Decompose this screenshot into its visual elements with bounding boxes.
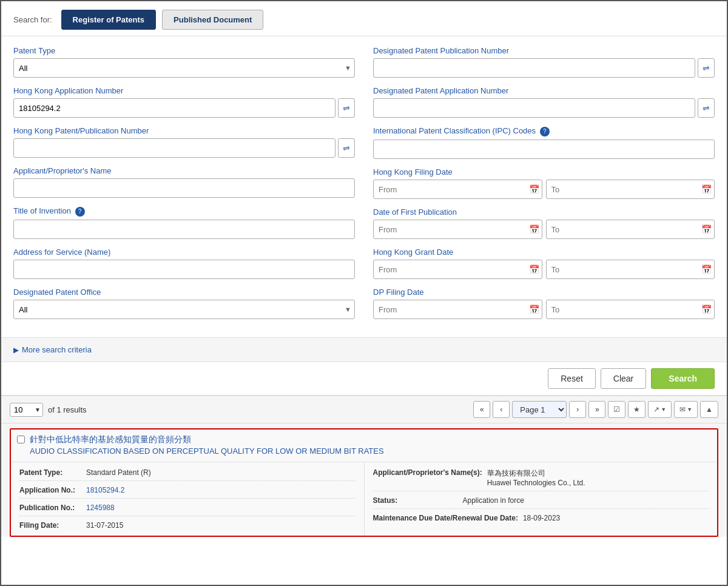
maintenance-row: Maintenance Due Date/Renewal Due Date: 1… <box>373 514 709 522</box>
search-button[interactable]: Search <box>651 368 715 389</box>
applicant-name-group: Applicant/Proprietor's Name <box>13 166 355 198</box>
results-left-controls: 10 25 50 100 ▼ of 1 results <box>10 403 87 417</box>
designated-pub-number-input[interactable] <box>373 58 695 78</box>
export-btn[interactable]: ↗ ▼ <box>648 401 672 418</box>
first-publication-to-input[interactable] <box>546 220 715 239</box>
export-arrow-icon: ▼ <box>661 406 666 413</box>
result-title-row: 針對中低比特率的基於感知質量的音頻分類 AUDIO CLASSIFICATION… <box>11 429 717 458</box>
email-btn[interactable]: ✉ ▼ <box>674 401 698 418</box>
title-invention-input[interactable] <box>13 220 355 239</box>
first-publication-to-wrap: 📅 <box>546 220 715 239</box>
dp-filing-date-from-input[interactable] <box>373 300 542 319</box>
app-no-value[interactable]: 18105294.2 <box>86 486 124 494</box>
results-nav: « ‹ Page 1 › » ☑ ★ ↗ ▼ ✉ <box>473 401 718 418</box>
first-publication-from-calendar-icon[interactable]: 📅 <box>529 224 539 234</box>
ipc-codes-input[interactable] <box>373 140 715 159</box>
title-invention-help-icon[interactable]: ? <box>75 207 85 217</box>
patent-type-detail-value: Standard Patent (R) <box>86 468 151 477</box>
more-criteria-btn[interactable]: ▶ More search criteria <box>13 345 92 354</box>
applicant-value-zh: 華為技術有限公司 <box>487 468 585 479</box>
designated-app-number-row: ⇌ <box>373 98 715 118</box>
address-service-input[interactable] <box>13 260 355 279</box>
bookmark-btn[interactable]: ★ <box>628 401 645 418</box>
tab-register-patents[interactable]: Register of Patents <box>61 10 156 30</box>
designated-pub-number-swap-btn[interactable]: ⇌ <box>698 58 715 78</box>
hk-filing-date-from-wrap: 📅 <box>373 180 542 199</box>
hk-application-number-swap-btn[interactable]: ⇌ <box>338 98 355 118</box>
page-dropdown[interactable]: Page 1 <box>512 401 567 418</box>
app-no-label: Application No.: <box>19 486 86 494</box>
hk-grant-date-from-calendar-icon[interactable]: 📅 <box>529 264 539 274</box>
hk-filing-date-label: Hong Kong Filing Date <box>373 167 715 177</box>
more-criteria-chevron-icon: ▶ <box>13 346 19 354</box>
applicant-row: Applicant/Proprietor's Name(s): 華為技術有限公司… <box>373 468 709 487</box>
result-checkbox[interactable] <box>17 436 25 443</box>
hk-patent-publication-label: Hong Kong Patent/Publication Number <box>13 126 355 135</box>
select-all-btn[interactable]: ☑ <box>608 401 625 418</box>
dp-filing-date-to-wrap: 📅 <box>546 300 715 319</box>
first-publication-from-wrap: 📅 <box>373 220 542 239</box>
first-page-btn[interactable]: « <box>473 401 490 418</box>
applicant-name-input[interactable] <box>13 178 355 198</box>
hk-filing-date-from-calendar-icon[interactable]: 📅 <box>529 184 539 194</box>
hk-grant-date-label: Hong Kong Grant Date <box>373 248 715 257</box>
maintenance-value: 18-09-2023 <box>523 514 560 522</box>
results-area: 10 25 50 100 ▼ of 1 results « ‹ Page 1 ›… <box>1 395 727 537</box>
designated-patent-office-select[interactable]: All <box>13 300 355 319</box>
prev-page-btn[interactable]: ‹ <box>493 401 510 418</box>
next-page-btn[interactable]: › <box>569 401 586 418</box>
results-count: of 1 results <box>48 405 87 414</box>
hk-filing-date-to-input[interactable] <box>546 180 715 199</box>
clear-button[interactable]: Clear <box>601 368 646 389</box>
first-publication-to-calendar-icon[interactable]: 📅 <box>701 224 712 234</box>
title-invention-group: Title of Invention ? <box>13 206 355 239</box>
dp-filing-date-from-calendar-icon[interactable]: 📅 <box>529 305 539 314</box>
hk-patent-publication-swap-btn[interactable]: ⇌ <box>338 138 355 158</box>
per-page-wrap: 10 25 50 100 ▼ <box>10 403 43 417</box>
more-criteria-section: ▶ More search criteria <box>1 337 727 362</box>
hk-patent-publication-input[interactable] <box>13 138 335 158</box>
hk-grant-date-from-input[interactable] <box>373 260 542 279</box>
pub-no-value[interactable]: 1245988 <box>86 503 115 512</box>
hk-filing-date-group: Hong Kong Filing Date 📅 📅 <box>373 167 715 199</box>
reset-button[interactable]: Reset <box>548 368 596 389</box>
hk-grant-date-to-calendar-icon[interactable]: 📅 <box>701 264 712 274</box>
result-title-zh[interactable]: 針對中低比特率的基於感知質量的音頻分類 <box>30 434 711 445</box>
last-page-btn[interactable]: » <box>588 401 605 418</box>
search-header: Search for: Register of Patents Publishe… <box>1 1 727 36</box>
ipc-help-icon[interactable]: ? <box>540 127 550 136</box>
applicant-label: Applicant/Proprietor's Name(s): <box>373 468 482 487</box>
hk-patent-publication-group: Hong Kong Patent/Publication Number ⇌ <box>13 126 355 158</box>
result-item: 針對中低比特率的基於感知質量的音頻分類 AUDIO CLASSIFICATION… <box>10 428 718 537</box>
designated-app-number-swap-btn[interactable]: ⇌ <box>698 98 715 118</box>
per-page-select[interactable]: 10 25 50 100 <box>10 403 43 417</box>
pub-no-label: Publication No.: <box>19 503 86 512</box>
dp-filing-date-to-input[interactable] <box>546 300 715 319</box>
first-publication-from-input[interactable] <box>373 220 542 239</box>
hk-application-number-input[interactable] <box>13 98 335 118</box>
hk-patent-publication-row: ⇌ <box>13 138 355 158</box>
hk-filing-date-range: 📅 📅 <box>373 180 715 199</box>
hk-filing-date-from-input[interactable] <box>373 180 542 199</box>
designated-pub-number-label: Designated Patent Publication Number <box>373 46 715 55</box>
result-detail-right: Applicant/Proprietor's Name(s): 華為技術有限公司… <box>364 462 718 536</box>
designated-app-number-input[interactable] <box>373 98 695 118</box>
more-criteria-label: More search criteria <box>22 345 92 354</box>
dp-filing-date-from-wrap: 📅 <box>373 300 542 319</box>
tab-published-document[interactable]: Published Document <box>162 10 263 30</box>
result-detail-left: Patent Type: Standard Patent (R) Applica… <box>11 462 364 536</box>
hk-grant-date-to-input[interactable] <box>546 260 715 279</box>
scroll-up-btn[interactable]: ▲ <box>700 401 718 418</box>
hk-filing-date-to-calendar-icon[interactable]: 📅 <box>701 184 712 194</box>
email-arrow-icon: ▼ <box>687 406 692 413</box>
hk-grant-date-group: Hong Kong Grant Date 📅 📅 <box>373 248 715 279</box>
applicant-group: Applicant/Proprietor's Name(s): 華為技術有限公司… <box>373 468 709 491</box>
applicant-value-en: Huawei Technologies Co., Ltd. <box>487 479 585 487</box>
patent-type-select[interactable]: All Standard Patent (O) Standard Patent … <box>13 58 355 78</box>
search-form: Patent Type All Standard Patent (O) Stan… <box>1 36 727 337</box>
search-for-label: Search for: <box>13 15 52 24</box>
filing-date-row: Filing Date: 31-07-2015 <box>19 521 356 530</box>
dp-filing-date-to-calendar-icon[interactable]: 📅 <box>701 305 712 314</box>
result-title-en[interactable]: AUDIO CLASSIFICATION BASED ON PERCEPTUAL… <box>30 446 711 456</box>
designated-pub-number-group: Designated Patent Publication Number ⇌ <box>373 46 715 78</box>
